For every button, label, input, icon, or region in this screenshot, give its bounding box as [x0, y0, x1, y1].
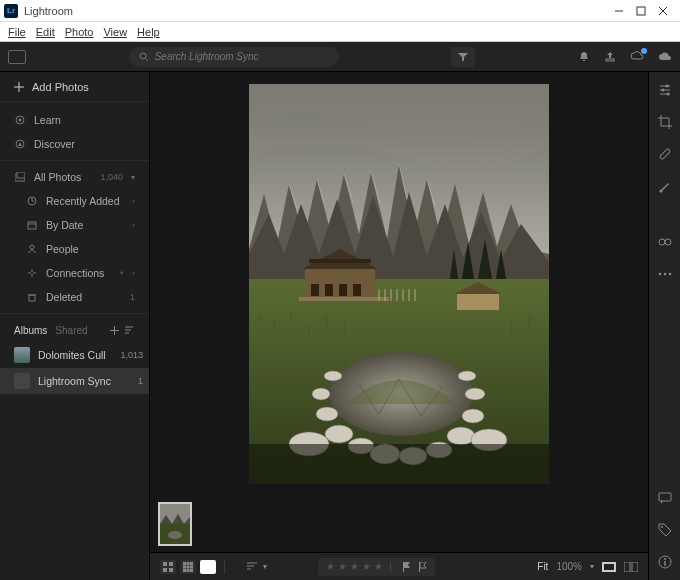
sidebar-item-people[interactable]: People	[0, 237, 149, 261]
svg-rect-85	[183, 569, 186, 572]
star-icon[interactable]: ★	[374, 561, 383, 572]
app-window: Lr Lightroom File Edit Photo View Help S…	[0, 0, 680, 580]
share-button[interactable]	[604, 51, 616, 63]
star-icon[interactable]: ★	[350, 561, 359, 572]
detail-view-button[interactable]	[200, 560, 216, 574]
window-close-button[interactable]	[656, 4, 670, 18]
edit-button[interactable]	[658, 82, 672, 98]
svg-rect-91	[403, 562, 404, 572]
svg-point-74	[168, 531, 182, 539]
cloud-status-button[interactable]	[658, 51, 672, 63]
square-grid-button[interactable]	[180, 560, 196, 574]
menu-help[interactable]: Help	[137, 26, 160, 38]
sort-albums-button[interactable]	[125, 326, 135, 335]
masking-button[interactable]	[658, 178, 672, 194]
flag-reject-button[interactable]	[418, 562, 427, 572]
sidebar-item-deleted[interactable]: Deleted 1	[0, 285, 149, 309]
info-icon	[658, 555, 672, 569]
image-viewer[interactable]	[150, 72, 648, 496]
menu-edit[interactable]: Edit	[36, 26, 55, 38]
rating-widget[interactable]: ★ ★ ★ ★ ★	[318, 558, 435, 576]
comments-button[interactable]	[658, 490, 672, 506]
window-title: Lightroom	[24, 5, 73, 17]
share-icon	[604, 51, 616, 63]
sidebar-item-discover[interactable]: Discover	[0, 132, 149, 156]
svg-point-64	[465, 388, 485, 400]
fit-button[interactable]: Fit	[537, 561, 548, 572]
chevron-down-icon: ▾	[590, 562, 594, 571]
svg-rect-81	[190, 562, 193, 565]
sidebar-item-connections[interactable]: Connections + ›	[0, 261, 149, 285]
svg-rect-87	[190, 569, 193, 572]
star-icon[interactable]: ★	[338, 561, 347, 572]
svg-rect-83	[187, 565, 190, 568]
svg-rect-36	[339, 284, 347, 296]
window-minimize-button[interactable]	[612, 4, 626, 18]
menu-photo[interactable]: Photo	[65, 26, 94, 38]
svg-point-109	[668, 273, 671, 276]
svg-point-108	[663, 273, 666, 276]
svg-rect-34	[311, 284, 319, 296]
crop-button[interactable]	[658, 114, 672, 130]
home-button[interactable]	[8, 50, 26, 64]
add-photos-button[interactable]: Add Photos	[0, 72, 149, 102]
shared-tab[interactable]: Shared	[55, 325, 87, 336]
grid-view-button[interactable]	[160, 560, 176, 574]
svg-rect-75	[163, 562, 167, 566]
svg-rect-95	[624, 562, 630, 572]
svg-rect-76	[169, 562, 173, 566]
svg-rect-33	[309, 259, 371, 263]
svg-rect-38	[299, 297, 389, 301]
filmstrip-thumbnail[interactable]	[158, 502, 192, 546]
info-button[interactable]	[658, 554, 672, 570]
app-body: Search Lightroom Sync	[0, 42, 680, 580]
main-area: Add Photos Learn Discover	[0, 72, 680, 580]
topbar: Search Lightroom Sync	[0, 42, 680, 72]
zoom-level[interactable]: 100%	[556, 561, 582, 572]
window-maximize-button[interactable]	[634, 4, 648, 18]
album-row[interactable]: Lightroom Sync 1	[0, 368, 149, 394]
svg-point-106	[665, 239, 671, 245]
albums-tab[interactable]: Albums	[14, 325, 47, 336]
menu-view[interactable]: View	[103, 26, 127, 38]
album-row[interactable]: Dolomites Cull 1,013	[0, 342, 149, 368]
menubar: File Edit Photo View Help	[0, 22, 680, 42]
notifications-button[interactable]	[578, 51, 590, 63]
svg-rect-80	[187, 562, 190, 565]
chevron-right-icon: ›	[132, 197, 135, 206]
star-icon[interactable]: ★	[362, 561, 371, 572]
sidebar-item-all-photos[interactable]: All Photos 1,040 ▾	[0, 165, 149, 189]
svg-point-63	[462, 409, 484, 423]
bell-icon	[578, 51, 590, 63]
svg-rect-35	[325, 284, 333, 296]
sidebar-item-by-date[interactable]: By Date ›	[0, 213, 149, 237]
flag-pick-button[interactable]	[402, 562, 411, 572]
more-button[interactable]	[658, 266, 672, 282]
compare-view-button[interactable]	[624, 562, 638, 572]
sidebar-item-learn[interactable]: Learn	[0, 108, 149, 132]
album-thumbnail	[14, 347, 30, 363]
search-input[interactable]: Search Lightroom Sync	[129, 47, 339, 67]
sidebar-item-recently-added[interactable]: Recently Added ›	[0, 189, 149, 213]
svg-point-114	[664, 558, 666, 560]
svg-rect-79	[183, 562, 186, 565]
star-icon[interactable]: ★	[326, 561, 335, 572]
cloud-sync-button[interactable]	[630, 51, 644, 63]
svg-rect-77	[163, 568, 167, 572]
photos-icon	[14, 172, 26, 182]
bandage-icon	[658, 147, 672, 161]
svg-rect-82	[183, 565, 186, 568]
keywords-button[interactable]	[658, 522, 672, 538]
svg-point-62	[447, 427, 475, 445]
presets-button[interactable]	[658, 234, 672, 250]
trash-icon	[26, 292, 38, 302]
filter-button[interactable]	[451, 47, 475, 67]
menu-file[interactable]: File	[8, 26, 26, 38]
svg-rect-37	[353, 284, 361, 296]
sort-button[interactable]: ▾	[247, 562, 267, 572]
overlay-toggle-button[interactable]	[602, 562, 616, 572]
healing-button[interactable]	[658, 146, 672, 162]
search-icon	[139, 52, 149, 62]
add-album-button[interactable]	[110, 326, 119, 335]
people-icon	[26, 244, 38, 254]
